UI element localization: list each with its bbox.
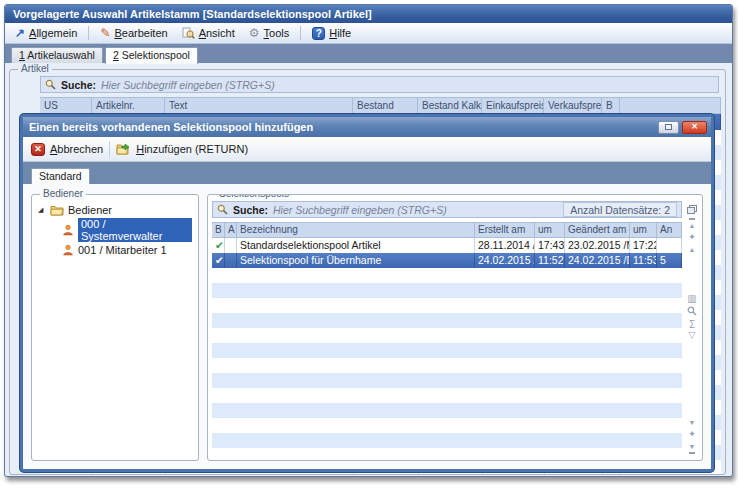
tree-root-bediener[interactable]: ◢ Bediener — [36, 203, 194, 217]
dialog-title-bar: Einen bereits vorhandenen Selektionspool… — [23, 117, 711, 137]
menu-hilfe[interactable]: ? Hilfe — [306, 25, 357, 42]
close-icon: ✕ — [691, 123, 698, 131]
menu-bearbeiten-label: Bearbeiten — [114, 27, 167, 39]
gear-icon: ⚙ — [249, 28, 260, 38]
dialog-window-buttons: ✕ — [658, 121, 707, 134]
column-chooser-icon[interactable] — [687, 205, 697, 214]
artikel-header-row: US Artikelnr. Text Bestand Bestand Kalk.… — [40, 97, 721, 114]
cell-geaendert-um: 17:22 — [630, 238, 657, 253]
pools-search-placeholder: Hier Suchbegriff eingeben (STRG+S) — [273, 204, 447, 216]
column-header[interactable]: Erstellt am — [475, 223, 535, 237]
empty-row — [212, 328, 682, 343]
artikel-group-label: Artikel — [18, 63, 52, 75]
tree-item-systemverwalter[interactable]: 000 / Systemverwalter — [60, 217, 194, 243]
cell-geaendert-um: 11:53 — [630, 253, 657, 268]
bediener-tree: ◢ Bediener 000 / Systemverwalter — [32, 195, 198, 265]
tab-selektionspool[interactable]: 2 Selektionspool — [105, 47, 198, 64]
menu-allgemein[interactable]: ↗ Allgemein — [9, 25, 83, 41]
dialog-content: Bediener ◢ Bediener 000 / Systemverwalte — [23, 184, 711, 469]
empty-row — [212, 268, 682, 283]
cell-an — [657, 238, 682, 253]
bediener-group: Bediener ◢ Bediener 000 / Systemverwalte — [31, 194, 199, 461]
artikel-search-label: Suche: — [61, 79, 96, 91]
menu-tools-label: Tools — [264, 27, 290, 39]
empty-row — [212, 298, 682, 313]
allgemein-arrow-icon: ↗ — [15, 28, 25, 38]
screenshot-stage: Vorgelagerte Auswahl Artikelstamm [Stand… — [0, 0, 738, 488]
checkmark-icon: ✔ — [212, 253, 225, 268]
abbrechen-button[interactable]: ✕ Abbrechen — [31, 143, 103, 156]
column-header[interactable]: Bestand — [353, 98, 418, 113]
view-magnifier-icon — [182, 27, 195, 39]
hinzufuegen-label: Hinzufügen (RETURN) — [136, 143, 248, 155]
pool-row-standardselektionspool[interactable]: ✔ Standardselektionspool Artikel 28.11.2… — [212, 238, 682, 253]
column-header[interactable]: um — [535, 223, 565, 237]
cell-erstellt-am: 24.02.2015 /Di — [475, 253, 535, 268]
empty-row — [212, 403, 682, 418]
tree-root-label: Bediener — [68, 204, 112, 216]
toolbar-separator — [109, 141, 110, 157]
column-header[interactable]: Text — [165, 98, 353, 113]
column-header[interactable]: Bestand Kalk. — [418, 98, 482, 113]
cell-geaendert-am: 24.02.2015 /Di — [565, 253, 630, 268]
abbrechen-label: Abbrechen — [50, 143, 103, 155]
close-button[interactable]: ✕ — [682, 121, 707, 134]
menu-bearbeiten[interactable]: ✎ Bearbeiten — [94, 25, 173, 41]
scroll-to-bottom-icon[interactable]: ▼ — [689, 442, 696, 454]
empty-row — [212, 418, 682, 433]
menu-ansicht-label: Ansicht — [199, 27, 235, 39]
tab-standard[interactable]: Standard — [31, 168, 90, 185]
columns-icon[interactable]: ▥ — [687, 294, 696, 303]
scroll-to-top-icon[interactable]: ▲ — [689, 218, 696, 230]
cell-a — [225, 238, 237, 253]
column-header[interactable]: Verkaufspreis — [544, 98, 602, 113]
column-header[interactable]: A — [225, 223, 237, 237]
grid-search-icon[interactable] — [687, 306, 697, 316]
user-icon — [62, 224, 74, 236]
add-selektionspool-dialog: Einen bereits vorhandenen Selektionspool… — [20, 114, 714, 472]
user-icon — [62, 244, 74, 256]
pools-search-bar[interactable]: Suche: Hier Suchbegriff eingeben (STRG+S… — [212, 201, 682, 218]
search-icon — [217, 204, 228, 215]
column-header[interactable]: US — [40, 98, 92, 113]
pools-header-row: B A Bezeichnung Erstellt am um Geändert … — [212, 222, 682, 238]
column-header[interactable]: B — [602, 98, 620, 113]
restore-button[interactable] — [658, 121, 679, 134]
tab-artikelauswahl[interactable]: 1 Artikelauswahl — [11, 47, 103, 63]
move-row-up-icon[interactable]: ✦ — [688, 233, 696, 242]
empty-row — [212, 358, 682, 373]
tab-standard-label: Standard — [39, 170, 82, 182]
cell-bezeichnung: Selektionspool für Übernhame — [237, 253, 475, 268]
menu-ansicht[interactable]: Ansicht — [176, 25, 241, 41]
sum-icon[interactable]: ∑ — [689, 319, 695, 328]
column-header[interactable]: Einkaufspreis — [482, 98, 544, 113]
add-folder-icon — [116, 143, 131, 155]
row-down-icon[interactable]: ▼ — [689, 418, 696, 427]
column-header — [620, 98, 721, 113]
artikel-search-bar[interactable]: Suche: Hier Suchbegriff eingeben (STRG+S… — [40, 76, 719, 93]
main-tab-strip: 1 Artikelauswahl 2 Selektionspool — [5, 44, 732, 63]
tree-expander-icon[interactable]: ◢ — [38, 206, 46, 214]
tree-item-mitarbeiter1[interactable]: 001 / Mitarbeiter 1 — [60, 243, 194, 257]
row-up-icon[interactable]: ▲ — [689, 245, 696, 254]
cell-a — [225, 253, 237, 268]
column-header[interactable]: An — [657, 223, 682, 237]
hinzufuegen-button[interactable]: Hinzufügen (RETURN) — [116, 143, 248, 155]
filter-icon[interactable]: ▽ — [689, 331, 696, 340]
column-header[interactable]: um — [630, 223, 657, 237]
column-header[interactable]: Bezeichnung — [237, 223, 475, 237]
pool-row-uebernahme-selected[interactable]: ✔ Selektionspool für Übernhame 24.02.201… — [212, 253, 682, 268]
menu-tools[interactable]: ⚙ Tools — [243, 25, 295, 41]
cell-geaendert-am: 23.02.2015 /Mo — [565, 238, 630, 253]
search-icon — [45, 79, 56, 90]
empty-row — [212, 448, 682, 456]
column-header[interactable]: B — [212, 223, 225, 237]
menu-hilfe-label: Hilfe — [329, 27, 351, 39]
move-row-down-icon[interactable]: ✦ — [688, 430, 696, 439]
pools-empty-rows — [212, 268, 682, 456]
checkmark-icon: ✔ — [212, 238, 225, 253]
grid-nav-strip: ▲ ✦ ▲ ▥ ∑ ▽ ▼ ✦ ▼ — [684, 205, 700, 454]
cell-an: 5 — [657, 253, 682, 268]
column-header[interactable]: Geändert am — [565, 223, 630, 237]
column-header[interactable]: Artikelnr. — [92, 98, 165, 113]
